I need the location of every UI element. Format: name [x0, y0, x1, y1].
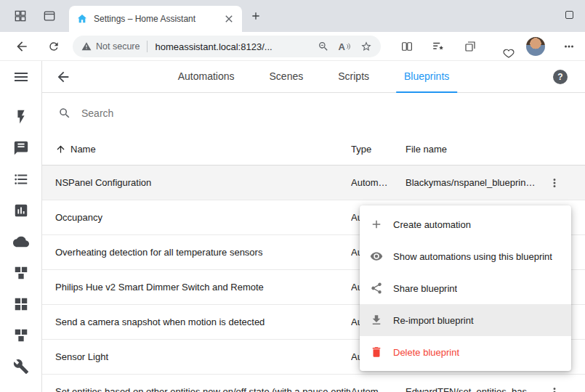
- tab-blueprints[interactable]: Blueprints: [396, 61, 457, 93]
- row-name: NSPanel Configuration: [55, 177, 351, 188]
- browser-tab[interactable]: Settings – Home Assistant: [69, 6, 242, 32]
- menu-item-label: Share blueprint: [393, 283, 457, 294]
- profile-avatar[interactable]: [526, 37, 545, 56]
- download-icon: [370, 314, 383, 327]
- ha-back-icon[interactable]: [55, 69, 71, 85]
- trash-icon: [370, 346, 383, 359]
- cloud-icon[interactable]: [13, 226, 29, 257]
- home-assistant-favicon-icon: [76, 13, 88, 25]
- tab-close-icon[interactable]: [223, 13, 235, 25]
- tab-title: Settings – Home Assistant: [94, 14, 223, 24]
- row-file: Blackymas/nspanel_blueprin…: [406, 177, 539, 188]
- menu-item-label: Re-import blueprint: [393, 315, 474, 326]
- row-overflow-menu-icon[interactable]: [548, 385, 561, 392]
- menu-item-label: Show automations using this blueprint: [393, 251, 552, 262]
- row-overflow-menu-icon[interactable]: [548, 176, 561, 189]
- ha-header: Automations Scenes Scripts Blueprints ?: [42, 61, 585, 93]
- sort-ascending-icon: [55, 144, 66, 155]
- row-name: Overheating detection for all temperatur…: [55, 247, 351, 258]
- tab-automations[interactable]: Automations: [170, 61, 243, 93]
- address-divider: [147, 41, 148, 52]
- column-header-name-label: Name: [70, 144, 96, 155]
- not-secure-warning-icon: [81, 41, 92, 52]
- sidebar-icons: [0, 101, 41, 382]
- row-type: Autom…: [351, 177, 406, 188]
- browser-titlebar: Settings – Home Assistant: [0, 0, 585, 32]
- row-name: Set entities based on other entities new…: [55, 386, 351, 392]
- row-name: Sensor Light: [55, 351, 351, 362]
- row-file: EdwardTFN/set_entities_bas…: [406, 386, 539, 392]
- address-bar[interactable]: Not secure homeassistant.local:8123/... …: [73, 36, 381, 57]
- collections-icon[interactable]: [464, 40, 477, 53]
- security-label[interactable]: Not secure: [96, 41, 140, 52]
- read-aloud-letter: A: [339, 41, 345, 52]
- search-input[interactable]: [80, 107, 585, 120]
- workspaces-icon[interactable]: [13, 9, 28, 23]
- devices-icon-3[interactable]: [13, 319, 29, 351]
- table-row[interactable]: Set entities based on other entities new…: [42, 375, 585, 392]
- read-aloud-icon[interactable]: A: [339, 41, 351, 52]
- refresh-icon[interactable]: [48, 40, 60, 52]
- row-name: Philips Hue v2 Smart Dimmer Switch and R…: [55, 282, 351, 293]
- menu-item-reimport-blueprint[interactable]: Re-import blueprint: [360, 304, 571, 336]
- row-name: Send a camera snapshot when motion is de…: [55, 317, 351, 327]
- help-icon[interactable]: ?: [553, 70, 568, 84]
- share-icon: [370, 282, 383, 295]
- ha-sidebar: [0, 61, 42, 392]
- tab-scripts[interactable]: Scripts: [330, 61, 377, 93]
- favorite-star-icon[interactable]: [360, 41, 372, 52]
- menu-item-label: Delete blueprint: [393, 347, 459, 358]
- sidebar-menu-icon[interactable]: [12, 68, 30, 86]
- menu-item-show-automations[interactable]: Show automations using this blueprint: [360, 240, 571, 272]
- todo-list-icon[interactable]: [13, 163, 29, 195]
- favorites-icon[interactable]: [432, 40, 445, 53]
- url-text: homeassistant.local:8123/...: [155, 41, 317, 52]
- table-header: Name Type File name: [42, 134, 585, 166]
- column-header-file[interactable]: File name: [406, 144, 539, 155]
- menu-item-delete-blueprint[interactable]: Delete blueprint: [360, 336, 571, 368]
- menu-item-label: Create automation: [393, 219, 471, 230]
- energy-icon[interactable]: [13, 101, 29, 132]
- menu-item-share-blueprint[interactable]: Share blueprint: [360, 272, 571, 304]
- tab-scenes[interactable]: Scenes: [262, 61, 312, 93]
- devices-icon-2[interactable]: [13, 288, 29, 319]
- split-screen-icon[interactable]: [400, 40, 413, 53]
- tab-actions-icon[interactable]: [42, 9, 57, 23]
- back-icon[interactable]: [15, 39, 29, 54]
- ha-tabs: Automations Scenes Scripts Blueprints: [170, 61, 458, 93]
- row-name: Occupancy: [55, 212, 351, 223]
- search-icon: [58, 107, 71, 120]
- row-type: Autom…: [351, 386, 406, 392]
- window-maximize-button[interactable]: [565, 11, 573, 19]
- history-chart-icon[interactable]: [13, 195, 29, 226]
- column-header-type[interactable]: Type: [351, 144, 406, 155]
- new-tab-button[interactable]: [250, 10, 262, 22]
- devices-icon-1[interactable]: [13, 257, 29, 288]
- table-row[interactable]: NSPanel Configuration Autom… Blackymas/n…: [42, 166, 585, 200]
- zoom-out-icon[interactable]: [318, 41, 329, 52]
- browser-toolbar: Not secure homeassistant.local:8123/... …: [0, 32, 585, 61]
- menu-item-create-automation[interactable]: Create automation: [360, 208, 571, 240]
- logbook-icon[interactable]: [13, 132, 29, 163]
- blueprint-context-menu: Create automation Show automations using…: [360, 205, 571, 371]
- plus-icon: [370, 218, 383, 231]
- column-header-name[interactable]: Name: [55, 144, 351, 155]
- developer-tools-icon[interactable]: [13, 351, 29, 382]
- eye-icon: [370, 250, 383, 263]
- search-row: [42, 93, 585, 134]
- browser-menu-icon[interactable]: [562, 40, 576, 53]
